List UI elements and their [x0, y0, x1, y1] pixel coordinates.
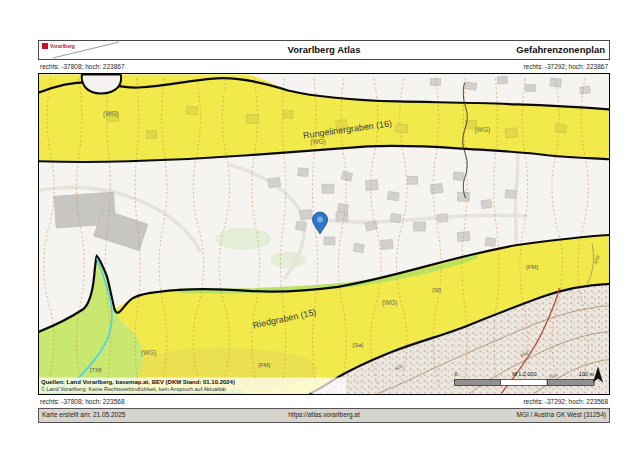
- map-canvas[interactable]: Rungelinergraben (16) (WG) (WG) (WG) Rie…: [39, 74, 609, 394]
- attribution-disclaimer: © Land Vorarlberg: Keine Rechtsverbindli…: [41, 386, 226, 392]
- attribution-sources: Quellen: Land Vorarlberg, basemap.at, BE…: [41, 379, 235, 385]
- coord-bottom-right: rechts: -37292; hoch: 223568: [523, 395, 608, 408]
- zone-gap: [82, 75, 121, 94]
- coord-top-right: rechts: -37292; hoch: 223867: [523, 60, 608, 73]
- map-attribution: Quellen: Land Vorarlberg, basemap.at, BE…: [39, 377, 346, 393]
- scale-max: 100 m: [579, 372, 595, 378]
- label-sl: [Sl]: [432, 287, 441, 293]
- label-fm-right: [FM]: [526, 264, 538, 270]
- label-wg-mid: (WG): [382, 299, 397, 307]
- header: Vorarlberg Vorarlberg Atlas Gefahrenzone…: [38, 40, 610, 60]
- label-wg-left: (WG): [141, 349, 156, 357]
- map-frame: Rungelinergraben (16) (WG) (WG) (WG) Rie…: [38, 73, 610, 395]
- label-sa: [Sa]: [353, 342, 364, 348]
- coords-bottom: rechts: -37808; hoch: 223568 rechts: -37…: [38, 395, 610, 408]
- coords-top: rechts: -37808; hoch: 223867 rechts: -37…: [38, 60, 610, 73]
- footer-url: https://atlas.vorarlberg.at: [39, 409, 609, 421]
- coord-bottom-left: rechts: -37808; hoch: 223568: [40, 395, 125, 408]
- label-fm-left: [FM]: [258, 362, 270, 368]
- coord-top-left: rechts: -37808; hoch: 223867: [40, 60, 125, 73]
- label-wg-top-center: (WG): [310, 138, 325, 146]
- label-wg-top-left: (WG): [103, 110, 118, 118]
- print-page: Vorarlberg Vorarlberg Atlas Gefahrenzone…: [38, 40, 610, 423]
- plan-title: Gefahrenzonenplan: [516, 41, 605, 59]
- footer-bar: Karte erstellt am: 21.05.2025 https://at…: [38, 408, 610, 423]
- scale-ratio: M 1:2.000: [512, 372, 536, 378]
- label-tm: [TM]: [90, 367, 102, 373]
- label-wg-top-right: (WG): [475, 126, 490, 134]
- scale-zero: 0: [455, 372, 458, 378]
